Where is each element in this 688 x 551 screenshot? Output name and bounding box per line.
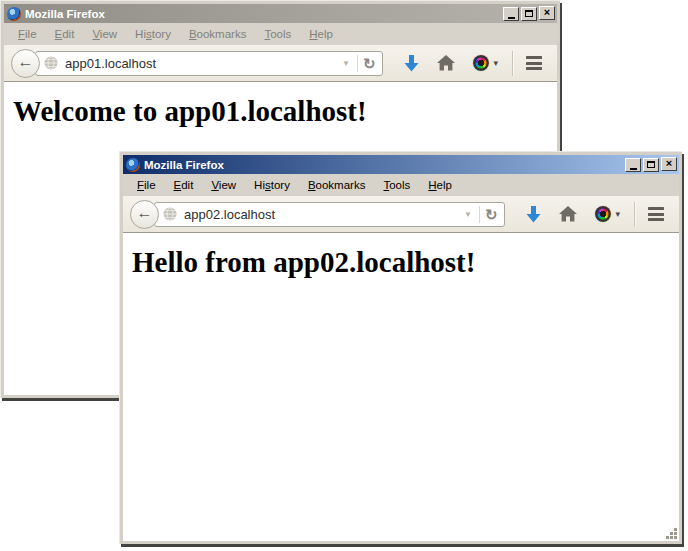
back-icon: ← <box>137 205 153 221</box>
navigation-toolbar: ← ▼ ↻ ▾ <box>4 45 557 82</box>
globe-icon <box>163 207 177 221</box>
chevron-down-icon: ▾ <box>493 58 498 68</box>
window-controls: × <box>625 158 677 172</box>
close-button[interactable]: × <box>661 157 677 171</box>
firefox-icon <box>7 7 21 21</box>
hamburger-icon <box>648 207 664 210</box>
home-icon <box>559 206 577 222</box>
maximize-icon <box>647 161 655 168</box>
menu-help[interactable]: Help <box>419 176 461 194</box>
menu-button[interactable] <box>642 203 670 225</box>
download-button[interactable] <box>404 55 419 72</box>
menu-tools[interactable]: Tools <box>374 176 419 194</box>
color-wheel-icon <box>595 206 611 222</box>
maximize-button[interactable] <box>521 7 537 21</box>
download-icon <box>526 206 541 223</box>
home-icon <box>437 55 455 71</box>
extension-button[interactable]: ▾ <box>473 55 498 71</box>
toolbar-divider <box>512 51 513 76</box>
window-title: Mozilla Firefox <box>144 159 621 171</box>
menu-file[interactable]: File <box>128 176 165 194</box>
minimize-icon <box>508 17 515 19</box>
url-history-dropdown-icon[interactable]: ▼ <box>338 59 354 68</box>
resize-grip[interactable] <box>665 527 678 540</box>
url-bar-divider <box>357 55 358 72</box>
chevron-down-icon: ▾ <box>615 209 620 219</box>
home-button[interactable] <box>437 55 455 71</box>
menu-history[interactable]: History <box>126 25 180 43</box>
title-bar[interactable]: Mozilla Firefox × <box>123 155 679 174</box>
menu-edit[interactable]: Edit <box>165 176 203 194</box>
download-icon <box>404 55 419 72</box>
menu-bookmarks[interactable]: Bookmarks <box>180 25 256 43</box>
reload-icon[interactable]: ↻ <box>483 207 500 222</box>
page-heading: Hello from app02.localhost! <box>132 246 679 279</box>
page-heading: Welcome to app01.localhost! <box>13 95 557 128</box>
reload-icon[interactable]: ↻ <box>361 56 378 71</box>
menu-bookmarks[interactable]: Bookmarks <box>299 176 375 194</box>
back-button[interactable]: ← <box>11 49 40 78</box>
url-input[interactable] <box>65 56 338 71</box>
menu-file[interactable]: File <box>9 25 46 43</box>
close-button[interactable]: × <box>539 6 555 20</box>
menu-bar: FileEditViewHistoryBookmarksToolsHelp <box>123 174 679 196</box>
minimize-button[interactable] <box>625 158 641 172</box>
minimize-button[interactable] <box>503 7 519 21</box>
menu-view[interactable]: View <box>83 25 126 43</box>
url-bar[interactable]: ▼ ↻ <box>35 51 383 76</box>
menu-history[interactable]: History <box>245 176 299 194</box>
menu-view[interactable]: View <box>202 176 245 194</box>
window-controls: × <box>503 7 555 21</box>
maximize-button[interactable] <box>643 158 659 172</box>
menu-help[interactable]: Help <box>300 25 342 43</box>
url-bar-divider <box>479 206 480 223</box>
home-button[interactable] <box>559 206 577 222</box>
window-title: Mozilla Firefox <box>25 8 499 20</box>
menu-button[interactable] <box>520 52 548 74</box>
globe-icon <box>44 56 58 70</box>
url-history-dropdown-icon[interactable]: ▼ <box>460 210 476 219</box>
browser-window-app02[interactable]: Mozilla Firefox × FileEditViewHistoryBoo… <box>119 151 682 544</box>
menu-bar: FileEditViewHistoryBookmarksToolsHelp <box>4 23 557 45</box>
minimize-icon <box>630 168 637 170</box>
menu-edit[interactable]: Edit <box>46 25 84 43</box>
toolbar-divider <box>634 202 635 227</box>
hamburger-icon <box>526 56 542 59</box>
navigation-toolbar: ← ▼ ↻ ▾ <box>123 196 679 233</box>
page-content: Hello from app02.localhost! <box>123 233 679 541</box>
url-bar[interactable]: ▼ ↻ <box>154 202 505 227</box>
maximize-icon <box>525 10 533 17</box>
back-icon: ← <box>18 54 34 70</box>
url-input[interactable] <box>184 207 460 222</box>
firefox-icon <box>126 158 140 172</box>
back-button[interactable]: ← <box>130 200 159 229</box>
title-bar[interactable]: Mozilla Firefox × <box>4 4 557 23</box>
extension-button[interactable]: ▾ <box>595 206 620 222</box>
menu-tools[interactable]: Tools <box>255 25 300 43</box>
download-button[interactable] <box>526 206 541 223</box>
color-wheel-icon <box>473 55 489 71</box>
